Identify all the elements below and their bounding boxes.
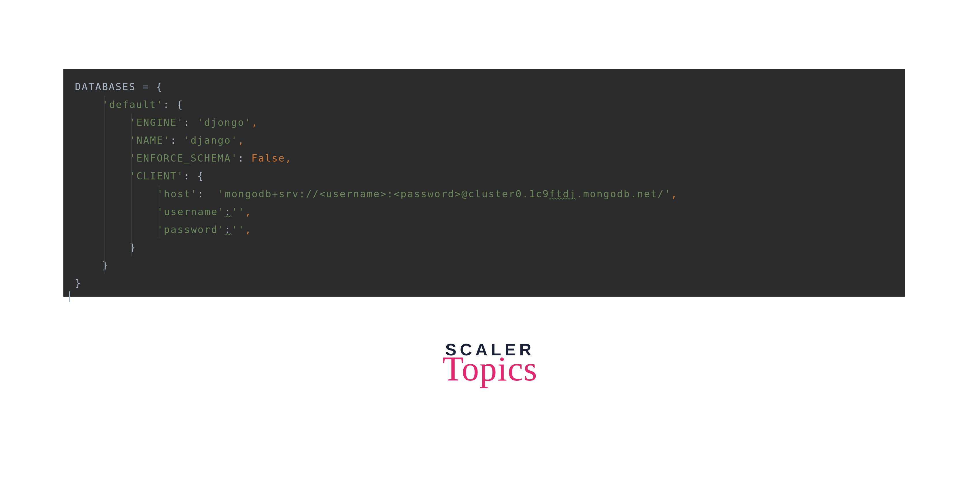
code-line: } xyxy=(64,238,905,256)
code-token: '' xyxy=(231,206,245,218)
code-token: 'django' xyxy=(184,135,238,146)
code-token: : xyxy=(198,188,218,200)
code-token: 'djongo' xyxy=(197,117,251,128)
code-token: } xyxy=(130,241,136,253)
editor-caret xyxy=(69,291,70,302)
code-token: 'username' xyxy=(157,206,225,218)
brand-logo: SCALER Topics xyxy=(442,340,538,389)
code-token: : xyxy=(238,152,251,164)
code-token: : { xyxy=(163,99,183,110)
code-token: : xyxy=(184,117,197,128)
code-line: 'ENFORCE_SCHEMA': False, xyxy=(64,149,905,167)
code-token: .mongodb.net/' xyxy=(576,188,671,200)
code-line: DATABASES = { xyxy=(64,78,905,95)
code-token: : xyxy=(225,224,231,235)
code-line: 'host': 'mongodb+srv://<username>:<passw… xyxy=(64,185,905,203)
code-token: , xyxy=(245,224,251,235)
code-line: 'username':'', xyxy=(64,203,905,221)
code-token: : xyxy=(225,206,231,218)
code-token: '' xyxy=(231,224,245,235)
code-token: ftdj xyxy=(549,188,576,200)
code-token: 'ENFORCE_SCHEMA' xyxy=(130,152,238,164)
code-token: False, xyxy=(251,152,292,164)
code-line: 'ENGINE': 'djongo', xyxy=(64,113,905,131)
code-token: : { xyxy=(184,170,204,182)
logo-text-topics: Topics xyxy=(442,349,538,389)
code-token: 'CLIENT' xyxy=(130,170,184,182)
code-line: } xyxy=(64,256,905,274)
code-token: : xyxy=(170,135,184,146)
code-line: 'CLIENT': { xyxy=(64,167,905,185)
code-token: 'host' xyxy=(157,188,198,200)
code-token: , xyxy=(245,206,251,218)
code-token: 'NAME' xyxy=(130,135,170,146)
code-token: , xyxy=(671,188,678,200)
code-editor-block: DATABASES = {'default': {'ENGINE': 'djon… xyxy=(64,69,905,297)
code-line: 'password':'', xyxy=(64,221,905,238)
code-line: 'default': { xyxy=(64,95,905,113)
code-line: } xyxy=(64,274,905,292)
code-token: } xyxy=(102,259,109,271)
code-line: 'NAME': 'django', xyxy=(64,131,905,149)
code-token: 'default' xyxy=(102,99,163,110)
code-token: , xyxy=(251,117,258,128)
code-token: } xyxy=(75,277,81,289)
code-token: 'mongodb+srv://<username>:<password>@clu… xyxy=(218,188,549,200)
code-token: , xyxy=(238,135,245,146)
code-token: DATABASES = { xyxy=(75,81,163,92)
code-token: 'ENGINE' xyxy=(130,117,184,128)
code-token: 'password' xyxy=(157,224,225,235)
